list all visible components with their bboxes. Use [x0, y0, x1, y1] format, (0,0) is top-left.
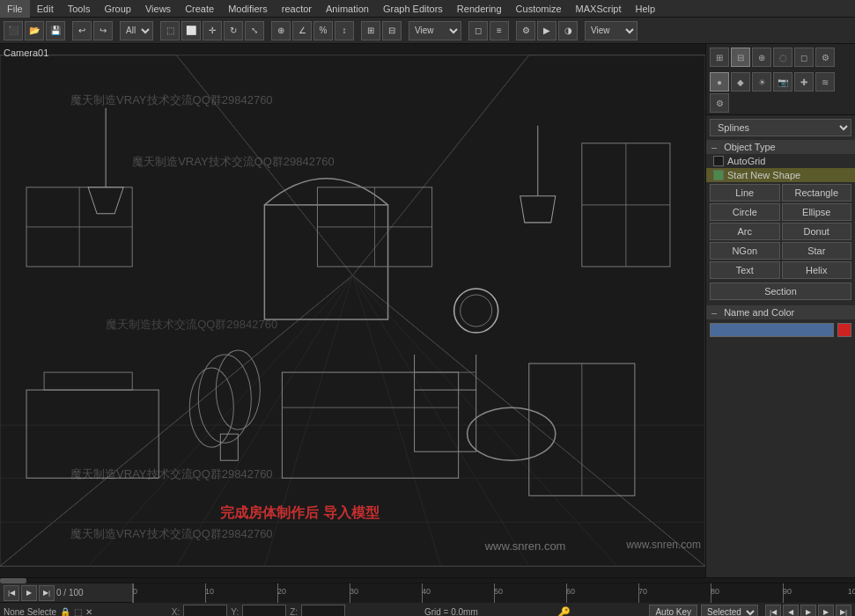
menu-maxscript[interactable]: MAXScript — [569, 0, 629, 18]
name-color-collapse[interactable]: – — [711, 307, 717, 318]
menu-file[interactable]: File — [0, 0, 30, 18]
snap-toggle-button[interactable]: ⊕ — [271, 21, 291, 40]
text-button[interactable]: Text — [710, 261, 780, 279]
select-region-button[interactable]: ⬜ — [181, 21, 201, 40]
autokey-button[interactable]: Auto Key — [649, 605, 697, 617]
new-scene-button[interactable]: ⬛ — [4, 21, 23, 40]
z-input[interactable] — [301, 605, 345, 617]
color-swatch[interactable] — [710, 323, 834, 337]
star-button[interactable]: Star — [782, 242, 852, 260]
splines-select[interactable]: Splines — [710, 119, 851, 136]
menu-views[interactable]: Views — [138, 0, 178, 18]
color-red-box[interactable] — [837, 323, 851, 337]
scroll-indicator[interactable] — [0, 577, 855, 583]
save-button[interactable]: 💾 — [46, 21, 65, 40]
helix-button[interactable]: Helix — [782, 261, 852, 279]
menu-create[interactable]: Create — [178, 0, 221, 18]
menu-edit[interactable]: Edit — [30, 0, 61, 18]
lock-icon[interactable]: 🔒 — [60, 607, 70, 616]
hierarchy-icon[interactable]: ⊕ — [752, 48, 771, 67]
timeline-range: 0 / 100 — [56, 588, 84, 598]
deselect-icon[interactable]: ✕ — [85, 607, 92, 616]
timeline-prev-button[interactable]: |◀ — [4, 585, 19, 601]
circle-button[interactable]: Circle — [710, 203, 780, 221]
timeline-track[interactable]: 0 10 20 30 40 50 60 70 80 90 100 — [132, 583, 855, 603]
next-frame-button[interactable]: ▶ — [818, 605, 834, 617]
selection-label: None Selecte — [4, 607, 56, 616]
x-label: X: — [172, 607, 180, 616]
scale-button[interactable]: ⤡ — [245, 21, 264, 40]
donut-button[interactable]: Donut — [782, 223, 852, 240]
menu-rendering[interactable]: Rendering — [450, 0, 509, 18]
timeline-play-button[interactable]: ▶ — [21, 585, 37, 601]
prev-frame-button[interactable]: ◀ — [783, 605, 799, 617]
angle-snap-button[interactable]: ∠ — [292, 21, 312, 40]
viewport[interactable]: Camera01 — [0, 44, 705, 577]
rectangle-button[interactable]: Rectangle — [782, 184, 852, 202]
menu-graph-editors[interactable]: Graph Editors — [376, 0, 450, 18]
y-input[interactable] — [242, 605, 286, 617]
align-button[interactable]: ⊟ — [382, 21, 402, 40]
selected-select[interactable]: Selected — [701, 605, 758, 617]
create-icon[interactable]: ⊞ — [710, 48, 729, 67]
menu-reactor[interactable]: reactor — [275, 0, 319, 18]
name-color-header: – Name and Color — [706, 305, 855, 319]
spinner-snap-button[interactable]: ↕ — [335, 21, 354, 40]
named-sel-button[interactable]: ◻ — [468, 21, 488, 40]
spacewarps-icon[interactable]: ≋ — [815, 72, 835, 92]
play-anim-button[interactable]: ▶ — [800, 605, 816, 617]
viewport-select[interactable]: View — [585, 21, 638, 40]
filter-select[interactable]: All — [120, 21, 153, 40]
layers-button[interactable]: ≡ — [490, 21, 509, 40]
line-button[interactable]: Line — [710, 184, 780, 202]
skip-end-button[interactable]: ▶| — [836, 605, 851, 617]
utilities-icon[interactable]: ⚙ — [815, 48, 835, 67]
activeshade-button[interactable]: ◑ — [558, 21, 578, 40]
timeline: |◀ ▶ ▶| 0 / 100 0 10 20 30 40 50 60 70 8… — [0, 583, 855, 602]
undo-button[interactable]: ↩ — [72, 21, 92, 40]
collapse-button[interactable]: – — [711, 142, 717, 152]
rotate-button[interactable]: ↻ — [224, 21, 243, 40]
open-button[interactable]: 📂 — [25, 21, 44, 40]
skip-start-button[interactable]: |◀ — [765, 605, 781, 617]
autogrid-row: AutoGrid — [706, 154, 855, 168]
select-move-button[interactable]: ✛ — [203, 21, 222, 40]
geometry-icon[interactable]: ● — [710, 72, 729, 92]
view-select[interactable]: View — [409, 21, 461, 40]
systems-icon[interactable]: ⚙ — [710, 93, 729, 113]
mirror-button[interactable]: ⊞ — [361, 21, 380, 40]
menu-animation[interactable]: Animation — [319, 0, 376, 18]
autogrid-checkbox[interactable] — [713, 156, 724, 166]
percent-snap-button[interactable]: % — [313, 21, 333, 40]
section-button[interactable]: Section — [710, 282, 851, 300]
menu-tools[interactable]: Tools — [61, 0, 98, 18]
menu-modifiers[interactable]: Modifiers — [221, 0, 275, 18]
render-setup-button[interactable]: ⚙ — [516, 21, 535, 40]
autogrid-label: AutoGrid — [727, 156, 765, 166]
label-50: 50 — [494, 587, 503, 596]
menu-group[interactable]: Group — [97, 0, 138, 18]
x-input[interactable] — [183, 605, 227, 617]
menu-help[interactable]: Help — [629, 0, 663, 18]
redo-button[interactable]: ↪ — [93, 21, 113, 40]
select-mode-icon[interactable]: ⬚ — [74, 607, 82, 616]
ellipse-button[interactable]: Ellipse — [782, 203, 852, 221]
cameras-icon[interactable]: 📷 — [773, 72, 792, 92]
lights-icon[interactable]: ☀ — [752, 72, 771, 92]
scroll-thumb[interactable] — [0, 578, 26, 583]
motion-icon[interactable]: ◌ — [773, 48, 792, 67]
display-icon[interactable]: ◻ — [794, 48, 814, 67]
ngon-button[interactable]: NGon — [710, 242, 780, 260]
modify-icon[interactable]: ⊟ — [731, 48, 750, 67]
menu-customize[interactable]: Customize — [509, 0, 569, 18]
label-30: 30 — [350, 587, 358, 596]
timeline-next-button[interactable]: ▶| — [39, 585, 55, 601]
shapes-icon[interactable]: ◆ — [731, 72, 750, 92]
timeline-controls: |◀ ▶ ▶| 0 / 100 — [0, 585, 132, 601]
select-button[interactable]: ⬚ — [160, 21, 180, 40]
render-button[interactable]: ▶ — [537, 21, 556, 40]
arc-button[interactable]: Arc — [710, 223, 780, 240]
name-color-title: Name and Color — [724, 307, 794, 318]
start-new-shape-checkbox[interactable] — [713, 170, 724, 180]
helpers-icon[interactable]: ✚ — [794, 72, 814, 92]
